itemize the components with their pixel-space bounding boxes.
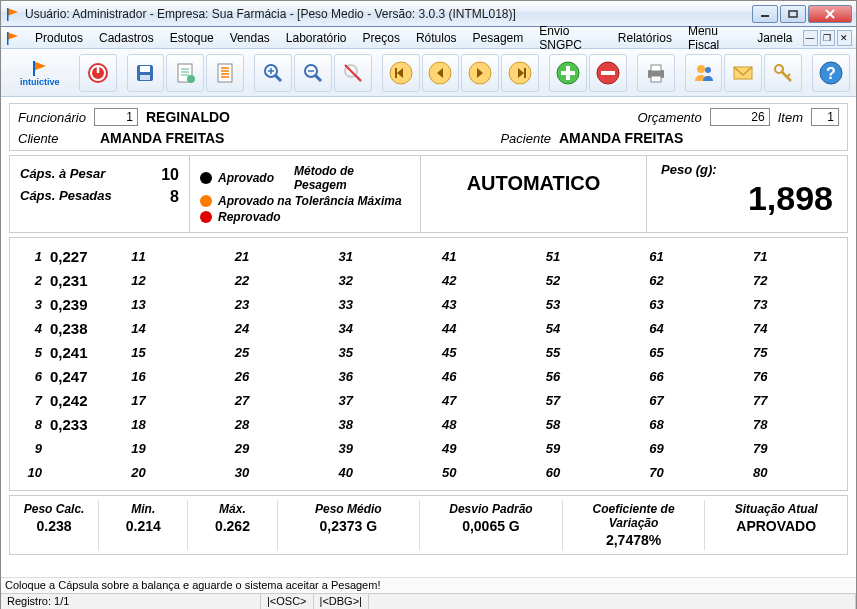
svg-line-24 — [315, 75, 321, 81]
measurement-index: 67 — [642, 393, 664, 408]
mdi-minimize-button[interactable]: — — [803, 30, 818, 46]
app-icon — [5, 6, 21, 22]
measurement-index: 73 — [745, 297, 767, 312]
measurement-index: 26 — [227, 369, 249, 384]
menu-cadastros[interactable]: Cadastros — [91, 29, 162, 47]
first-button[interactable] — [382, 54, 420, 92]
measurement-index: 74 — [745, 321, 767, 336]
measurement-cell: 74 — [739, 316, 843, 340]
svg-rect-15 — [140, 75, 150, 80]
menu-envio-sngpc[interactable]: Envio SNGPC — [531, 22, 610, 54]
last-button[interactable] — [501, 54, 539, 92]
menu-fiscal[interactable]: Menu Fiscal — [680, 22, 749, 54]
measurement-cell: 34 — [325, 316, 429, 340]
svg-rect-9 — [33, 61, 35, 76]
users-button[interactable] — [685, 54, 723, 92]
measurement-index: 64 — [642, 321, 664, 336]
measurement-cell: 26 — [221, 364, 325, 388]
orcamento-field[interactable]: 26 — [710, 108, 770, 126]
measurement-index: 2 — [20, 273, 42, 288]
list-button[interactable] — [206, 54, 244, 92]
measurement-index: 57 — [538, 393, 560, 408]
measurement-cell: 25 — [221, 340, 325, 364]
minimize-button[interactable] — [752, 5, 778, 23]
next-button[interactable] — [461, 54, 499, 92]
close-button[interactable] — [808, 5, 852, 23]
stats-bar: Peso Calc.0.238 Min.0.214 Máx.0.262 Peso… — [9, 495, 848, 555]
menu-vendas[interactable]: Vendas — [222, 29, 278, 47]
maximize-button[interactable] — [780, 5, 806, 23]
svg-rect-43 — [601, 71, 615, 75]
measurement-index: 3 — [20, 297, 42, 312]
measurement-cell: 27 — [221, 388, 325, 412]
measurement-index: 61 — [642, 249, 664, 264]
measurement-index: 50 — [435, 465, 457, 480]
svg-line-20 — [275, 75, 281, 81]
brand-logo: intuictive — [7, 54, 73, 92]
menu-precos[interactable]: Preços — [355, 29, 408, 47]
help-button[interactable]: ? — [812, 54, 850, 92]
menu-produtos[interactable]: Produtos — [27, 29, 91, 47]
measurement-cell: 44 — [429, 316, 533, 340]
power-button[interactable] — [79, 54, 117, 92]
cliente-name: AMANDA FREITAS — [100, 130, 224, 146]
zoom-in-button[interactable] — [254, 54, 292, 92]
dot-approved-icon — [200, 172, 212, 184]
mdi-restore-button[interactable]: ❐ — [820, 30, 835, 46]
prev-button[interactable] — [422, 54, 460, 92]
item-field[interactable]: 1 — [811, 108, 839, 126]
zoom-out-button[interactable] — [294, 54, 332, 92]
svg-rect-18 — [218, 64, 232, 82]
mdi-close-button[interactable]: ✕ — [837, 30, 852, 46]
measurement-index: 35 — [331, 345, 353, 360]
print-button[interactable] — [637, 54, 675, 92]
paciente-label: Paciente — [500, 131, 551, 146]
measurement-index: 27 — [227, 393, 249, 408]
legend: AprovadoMétodo de Pesagem Aprovado na To… — [190, 156, 420, 232]
measurement-cell: 67 — [636, 388, 740, 412]
caps-counter: Cáps. à Pesar10 Cáps. Pesadas8 — [10, 156, 190, 232]
measurement-index: 51 — [538, 249, 560, 264]
info-panel: Cáps. à Pesar10 Cáps. Pesadas8 AprovadoM… — [9, 155, 848, 233]
funcionario-id-field[interactable]: 1 — [94, 108, 138, 126]
add-button[interactable] — [549, 54, 587, 92]
svg-rect-41 — [561, 71, 575, 75]
svg-point-17 — [187, 75, 195, 83]
measurement-cell: 80,233 — [14, 412, 118, 436]
document-button[interactable] — [166, 54, 204, 92]
measurement-index: 14 — [124, 321, 146, 336]
measurement-cell: 78 — [739, 412, 843, 436]
menu-rotulos[interactable]: Rótulos — [408, 29, 465, 47]
menu-app-icon — [5, 30, 21, 46]
measurement-cell: 17 — [118, 388, 222, 412]
measurement-index: 59 — [538, 441, 560, 456]
dot-rejected-icon — [200, 211, 212, 223]
measurement-cell: 72 — [739, 268, 843, 292]
remove-button[interactable] — [589, 54, 627, 92]
zoom-cancel-button[interactable] — [334, 54, 372, 92]
measurement-cell: 61 — [636, 244, 740, 268]
measurement-cell: 46 — [429, 364, 533, 388]
menu-relatorios[interactable]: Relatórios — [610, 29, 680, 47]
menu-pesagem[interactable]: Pesagem — [465, 29, 532, 47]
measurement-cell: 63 — [636, 292, 740, 316]
mail-button[interactable] — [724, 54, 762, 92]
save-button[interactable] — [127, 54, 165, 92]
instruction-message: Coloque a Cápsula sobre a balança e agua… — [1, 577, 856, 593]
keys-button[interactable] — [764, 54, 802, 92]
measurement-index: 36 — [331, 369, 353, 384]
menu-janela[interactable]: Janela — [749, 29, 800, 47]
measurement-index: 41 — [435, 249, 457, 264]
funcionario-label: Funcionário — [18, 110, 86, 125]
measurement-cell: 40 — [325, 460, 429, 484]
measurement-index: 80 — [745, 465, 767, 480]
measurement-index: 42 — [435, 273, 457, 288]
measurement-cell: 75 — [739, 340, 843, 364]
menu-estoque[interactable]: Estoque — [162, 29, 222, 47]
measurement-cell: 50 — [429, 460, 533, 484]
menu-laboratorio[interactable]: Laboratório — [278, 29, 355, 47]
svg-line-51 — [781, 71, 791, 81]
measurement-cell: 69 — [636, 436, 740, 460]
measurement-index: 32 — [331, 273, 353, 288]
svg-rect-31 — [395, 68, 397, 78]
